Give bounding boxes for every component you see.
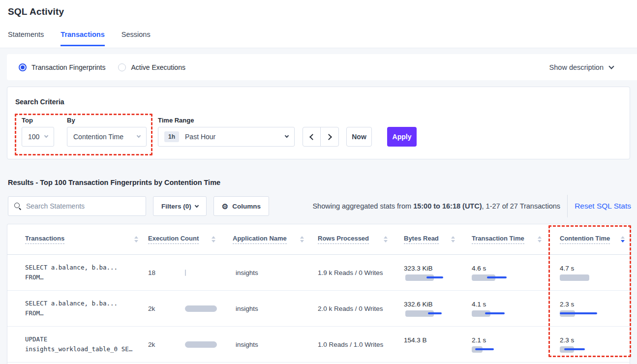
transaction-time-cell: 4.6 s [472,265,560,281]
table-row[interactable]: UPDATEinsights_workload_table_0 SE… 2k i… [7,327,630,363]
bytes-read-cell: 154.3 B [404,336,472,353]
table-row[interactable]: SELECT a.balance, b.ba...FROM… 18 insigh… [7,255,630,291]
table-row[interactable]: SELECT a.balance, b.ba...FROM… 2k insigh… [7,291,630,327]
time-range-select[interactable]: 1h Past Hour [158,127,295,147]
chevron-down-icon [137,134,141,138]
reset-sql-stats-link[interactable]: Reset SQL Stats [575,202,631,211]
column-header-bytes-read[interactable]: Bytes Read [404,235,472,244]
sort-icon[interactable] [212,236,215,243]
execution-count-bar [185,270,186,276]
by-select[interactable]: Contention Time [67,127,147,147]
sort-icon[interactable] [538,236,542,243]
by-select-value: Contention Time [73,133,137,141]
radio-transaction-fingerprints[interactable]: Transaction Fingerprints [19,63,105,71]
rows-processed-cell: 1.0 Reads / 1.0 Writes [318,341,404,348]
chevron-down-icon [44,134,48,138]
time-range-value: Past Hour [185,133,285,141]
bytes-read-cell: 323.3 KiB [404,265,472,281]
radio-unselected-icon[interactable] [118,63,126,71]
execution-count-cell: 2k [148,341,233,348]
columns-button-label: Columns [232,203,261,210]
column-header-execution-count[interactable]: Execution Count [148,235,233,244]
tab-sessions[interactable]: Sessions [121,30,151,46]
contention-time-bar [560,310,619,317]
search-statements-box[interactable] [8,196,146,216]
chevron-down-icon [195,204,199,208]
bytes-read-cell: 332.6 KiB [404,301,472,317]
application-name-cell: insights [233,269,318,276]
results-heading: Results - Top 100 Transaction Fingerprin… [8,179,220,186]
transaction-fingerprint-link[interactable]: SELECT a.balance, b.ba...FROM… [7,263,148,282]
now-button[interactable]: Now [346,127,372,147]
column-header-application-name[interactable]: Application Name [233,235,318,244]
aggregated-stats-text: Showing aggregated stats from 15:00 to 1… [312,202,560,210]
page-title: SQL Activity [8,6,64,17]
search-input[interactable] [26,202,140,210]
transaction-time-bar [472,310,531,317]
transaction-time-bar [472,274,531,281]
sort-icon[interactable] [451,236,455,243]
search-criteria-card: Search Criteria Top 100 By Contention Ti… [7,87,630,159]
tab-transactions[interactable]: Transactions [61,30,104,46]
filters-button-label: Filters (0) [161,203,191,210]
application-name-cell: insights [233,341,318,348]
top-select[interactable]: 100 [22,127,54,147]
execution-count-bar [185,305,217,312]
rows-processed-cell: 2.0 k Reads / 0 Writes [318,305,404,312]
contention-time-cell: 2.3 s [560,301,630,317]
filters-button[interactable]: Filters (0) [153,196,207,216]
execution-count-bar [185,341,217,348]
sort-icon[interactable] [300,236,304,243]
tab-statements[interactable]: Statements [8,30,44,46]
results-toolbar: Filters (0) ⚙ Columns Showing aggregated… [8,196,631,216]
time-pager [303,127,339,147]
transaction-time-bar [472,346,531,353]
apply-button[interactable]: Apply [387,127,417,147]
transaction-fingerprint-link[interactable]: SELECT a.balance, b.ba...FROM… [7,299,148,318]
table-header-row: Transactions Execution Count Application… [7,224,630,255]
transaction-fingerprint-link[interactable]: UPDATEinsights_workload_table_0 SE… [7,334,148,354]
gear-icon: ⚙ [222,203,228,210]
sort-icon-active-desc[interactable] [621,236,625,243]
radio-active-executions-label: Active Executions [131,63,185,71]
toolbar-divider [567,195,568,217]
show-description-label: Show description [549,63,604,71]
bytes-read-bar [405,346,464,353]
next-time-button[interactable] [321,127,338,146]
column-header-transactions[interactable]: Transactions [7,235,148,244]
chevron-left-icon [309,134,316,140]
chevron-right-icon [326,134,332,140]
application-name-cell: insights [233,305,318,312]
search-criteria-title: Search Criteria [15,98,64,106]
transactions-table: Transactions Execution Count Application… [7,224,630,364]
stats-time-range: 15:00 to 16:18 (UTC) [413,202,482,210]
column-header-transaction-time[interactable]: Transaction Time [472,235,560,244]
chevron-down-icon [285,134,289,138]
bytes-read-bar [405,310,464,317]
chevron-down-icon [608,63,614,69]
rows-processed-cell: 1.9 k Reads / 0 Writes [318,269,404,276]
view-mode-bar: Transaction Fingerprints Active Executio… [7,54,637,80]
top-select-value: 100 [28,133,45,141]
search-icon [14,203,21,210]
time-range-label: Time Range [158,117,194,124]
contention-time-bar [560,346,619,353]
column-header-rows-processed[interactable]: Rows Processed [318,235,404,244]
radio-fingerprints-label: Transaction Fingerprints [31,63,105,71]
time-range-badge: 1h [164,131,179,142]
contention-time-cell: 2.3 s [560,336,630,353]
contention-time-cell: 4.7 s [560,265,630,281]
sort-icon[interactable] [384,236,388,243]
show-description-toggle[interactable]: Show description [549,63,613,71]
radio-active-executions[interactable]: Active Executions [118,63,185,71]
transaction-time-cell: 4.1 s [472,301,560,317]
tab-bar: Statements Transactions Sessions [8,30,151,46]
previous-time-button[interactable] [303,127,321,146]
radio-selected-icon[interactable] [19,63,27,71]
contention-time-bar [560,274,619,281]
columns-button[interactable]: ⚙ Columns [213,196,269,216]
sql-activity-page: SQL Activity Statements Transactions Ses… [0,0,637,364]
sort-icon[interactable] [134,236,138,243]
column-header-contention-time[interactable]: Contention Time [560,235,630,244]
execution-count-cell: 18 [148,269,233,276]
